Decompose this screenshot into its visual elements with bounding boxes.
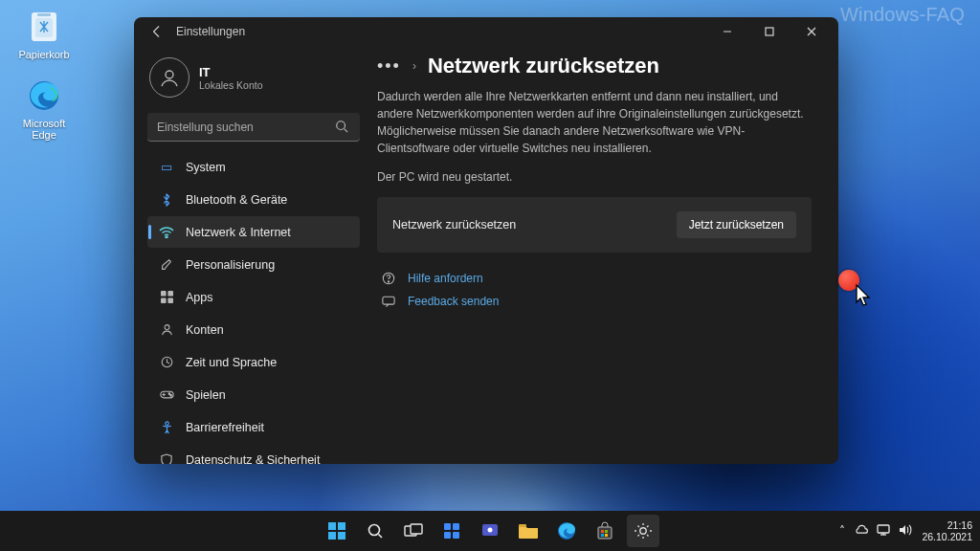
sidebar-item-label: Bluetooth & Geräte [186, 193, 287, 207]
main-content: ••• › Netzwerk zurücksetzen Dadurch werd… [368, 46, 838, 464]
minimize-button[interactable] [706, 17, 748, 46]
sidebar-item-label: Personalisierung [186, 258, 275, 272]
maximize-button[interactable] [748, 17, 791, 46]
person-icon [159, 322, 174, 338]
svg-rect-41 [605, 530, 608, 533]
close-button[interactable] [791, 17, 833, 46]
task-view-button[interactable] [397, 515, 430, 547]
gamepad-icon [159, 387, 174, 403]
svg-rect-33 [444, 532, 451, 539]
clock-icon [159, 355, 174, 370]
avatar-icon [149, 57, 189, 98]
sidebar-item-time-language[interactable]: Zeit und Sprache [147, 346, 360, 378]
restart-note: Der PC wird neu gestartet. [377, 168, 808, 186]
sidebar-item-accessibility[interactable]: Barrierefreiheit [147, 411, 360, 443]
account-block[interactable]: IT Lokales Konto [147, 52, 360, 105]
desktop-icon-label: Papierkorb [18, 49, 69, 60]
svg-point-21 [388, 281, 389, 282]
svg-point-36 [488, 528, 493, 533]
svg-line-28 [379, 535, 383, 539]
nav-list: ▭System Bluetooth & Geräte Netzwerk & In… [147, 151, 360, 464]
sidebar-item-personalization[interactable]: Personalisierung [147, 249, 360, 280]
start-button[interactable] [321, 515, 353, 547]
sidebar-item-system[interactable]: ▭System [147, 151, 360, 183]
cursor-icon [855, 283, 874, 312]
tray-onedrive-icon[interactable] [854, 524, 868, 539]
svg-rect-2 [37, 13, 51, 16]
breadcrumb-more-button[interactable]: ••• [377, 57, 401, 75]
tray-network-icon[interactable] [877, 524, 890, 539]
accessibility-icon [159, 420, 174, 435]
svg-point-19 [165, 421, 168, 425]
window-title: Einstellungen [176, 25, 245, 38]
widgets-button[interactable] [435, 515, 468, 547]
store-button[interactable] [589, 515, 621, 547]
sidebar-item-label: Spielen [186, 388, 226, 402]
svg-point-9 [166, 236, 167, 238]
taskbar-settings-button[interactable] [627, 515, 659, 547]
sidebar-item-label: System [186, 161, 226, 174]
svg-rect-10 [161, 291, 167, 297]
settings-window: Einstellungen IT Lokales Konto [134, 17, 838, 464]
svg-rect-23 [328, 522, 336, 530]
breadcrumb: ••• › Netzwerk zurücksetzen [377, 54, 812, 78]
account-name: IT [199, 65, 263, 79]
chat-button[interactable] [474, 515, 506, 547]
svg-rect-26 [338, 532, 345, 540]
reset-card-label: Netzwerk zurücksetzen [392, 218, 516, 231]
feedback-link[interactable]: Feedback senden [408, 295, 499, 308]
sidebar-item-label: Konten [186, 323, 224, 337]
help-link[interactable]: Hilfe anfordern [408, 272, 483, 285]
recycle-bin-icon [25, 8, 63, 46]
svg-rect-45 [878, 525, 889, 533]
system-tray: ˄ 21:16 26.10.2021 [839, 511, 972, 551]
sidebar-item-accounts[interactable]: Konten [147, 314, 360, 345]
tray-icons: ˄ [839, 524, 912, 539]
svg-rect-34 [453, 532, 459, 539]
sidebar-item-apps[interactable]: Apps [147, 281, 360, 313]
tray-chevron-up-icon[interactable]: ˄ [839, 524, 845, 539]
search-input[interactable] [147, 113, 360, 142]
taskbar: ˄ 21:16 26.10.2021 [0, 511, 980, 551]
search-box[interactable] [147, 113, 360, 142]
highlight-marker [838, 270, 859, 291]
sidebar-item-label: Apps [186, 291, 213, 304]
taskbar-edge-button[interactable] [550, 515, 583, 547]
sidebar-item-gaming[interactable]: Spielen [147, 379, 360, 410]
display-icon: ▭ [159, 160, 174, 175]
taskbar-search-button[interactable] [359, 515, 391, 547]
svg-rect-25 [328, 532, 336, 540]
watermark-text: Windows-FAQ [840, 4, 965, 26]
svg-rect-31 [444, 523, 451, 530]
desktop-icon-edge[interactable]: Microsoft Edge [11, 77, 77, 141]
svg-rect-40 [601, 530, 604, 533]
sidebar-item-label: Datenschutz & Sicherheit [186, 453, 320, 465]
edge-icon [25, 77, 63, 115]
svg-rect-5 [766, 28, 773, 35]
clock-date: 26.10.2021 [922, 531, 972, 542]
feedback-icon [381, 296, 396, 308]
svg-point-6 [166, 71, 173, 78]
svg-rect-11 [167, 291, 173, 297]
svg-rect-30 [411, 524, 422, 534]
desktop-icon-recycle-bin[interactable]: Papierkorb [11, 8, 77, 60]
svg-point-17 [168, 393, 170, 395]
back-button[interactable] [145, 20, 168, 43]
brush-icon [159, 257, 174, 273]
tray-volume-icon[interactable] [899, 524, 912, 539]
wifi-icon [159, 225, 174, 240]
reset-now-button[interactable]: Jetzt zurücksetzen [677, 211, 796, 238]
svg-rect-24 [338, 522, 345, 530]
sidebar-item-bluetooth[interactable]: Bluetooth & Geräte [147, 184, 360, 215]
taskbar-clock[interactable]: 21:16 26.10.2021 [922, 519, 972, 543]
svg-rect-12 [161, 298, 167, 303]
window-title-bar: Einstellungen [134, 17, 838, 46]
page-description: Dadurch werden alle Ihre Netzwerkkarten … [377, 88, 808, 157]
taskbar-center [321, 515, 659, 547]
clock-time: 21:16 [947, 519, 972, 531]
desktop-icon-label: Microsoft Edge [11, 118, 77, 141]
sidebar-item-network[interactable]: Netzwerk & Internet [147, 216, 360, 248]
help-icon [381, 272, 396, 285]
sidebar-item-privacy[interactable]: Datenschutz & Sicherheit [147, 444, 360, 464]
explorer-button[interactable] [512, 515, 545, 547]
